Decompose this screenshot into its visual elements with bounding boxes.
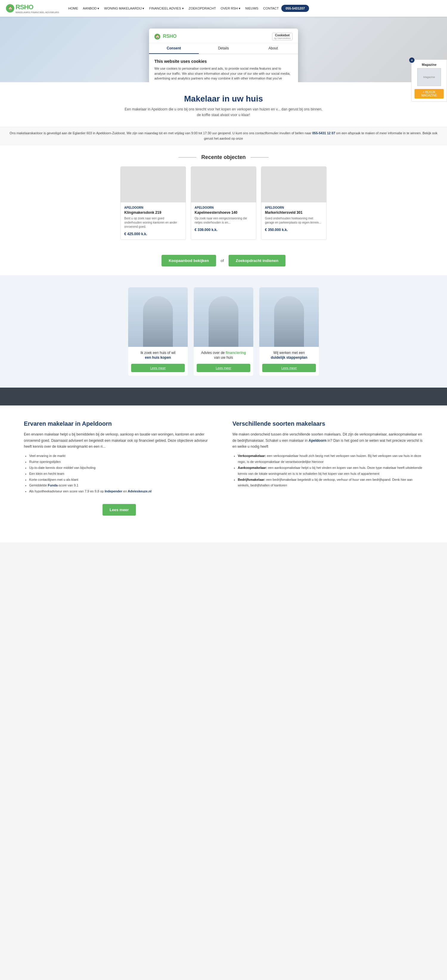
cookie-logo: RSHO bbox=[154, 33, 177, 40]
cookie-tab-about[interactable]: About bbox=[248, 43, 298, 54]
cookie-tabs: Consent Details About bbox=[149, 43, 298, 54]
magazine-title: Magazine bbox=[415, 63, 444, 66]
team-person-3 bbox=[274, 296, 304, 347]
team-person-2 bbox=[209, 296, 238, 347]
team-image-1 bbox=[128, 287, 188, 347]
team-lees-meer-3[interactable]: Lees meer bbox=[262, 364, 316, 372]
ervaren-lees-meer-center: Lees meer bbox=[24, 498, 215, 528]
bullet-5: Korte contactlijnen met u als klant bbox=[29, 477, 215, 483]
team-card-2: Advies over de financiering van uw huis … bbox=[194, 287, 253, 376]
magazine-bekijk-button[interactable]: + BEKIJK MAGAZINE bbox=[415, 89, 444, 99]
property-street-2: Kapelmeestershoeve 140 bbox=[195, 210, 252, 215]
magazine-close-button[interactable]: ✕ bbox=[409, 57, 415, 63]
cookie-title: This website uses cookies bbox=[154, 59, 293, 64]
nav-financieel[interactable]: FINANCIEEL ADVIES ▾ bbox=[147, 5, 186, 12]
ervaren-lees-meer-button[interactable]: Lees meer bbox=[102, 504, 136, 515]
team-label-2: Advies over de financiering van uw huis bbox=[194, 347, 253, 362]
ervaren-bullets: Veel ervaring in de markt Ruime openings… bbox=[24, 453, 215, 495]
team-image-2 bbox=[194, 287, 253, 347]
property-info-1: APELDOORN Klingmakersdonk 219 Bent u op … bbox=[121, 202, 186, 240]
team-card-3: Wij werken met een duidelijk stappenplan… bbox=[259, 287, 319, 376]
team-person-1 bbox=[143, 296, 173, 347]
bullet-7: Als hypotheekadviseur een score van 7.9 … bbox=[29, 488, 215, 495]
zoekopdracht-button[interactable]: Zoekopdracht indienen bbox=[228, 255, 286, 266]
ervaren-para1: Een ervaren makelaar helpt u bij bemidde… bbox=[24, 431, 215, 450]
property-image-2 bbox=[191, 167, 256, 202]
cookiebot-badge: Cookiebot by Usercentrics bbox=[272, 33, 293, 40]
bullet-4: Een klein en hecht team bbox=[29, 471, 215, 477]
cookie-header: RSHO Cookiebot by Usercentrics bbox=[149, 29, 298, 43]
cookie-description: We use cookies to personalise content an… bbox=[154, 66, 293, 82]
property-card-2[interactable]: APELDOORN Kapelmeestershoeve 140 Op zoek… bbox=[191, 166, 256, 240]
nav-links: HOME AANBOD ▾ WONING MAKELAARDIJ ▾ FINAN… bbox=[66, 5, 441, 12]
soorten-bullets: Verkoopmakelaar: een verkoopmakelaar hou… bbox=[232, 453, 423, 488]
property-city-3: APELDOORN bbox=[265, 206, 323, 209]
bullet-2: Ruime openingstijden bbox=[29, 459, 215, 465]
ervaren-title: Ervaren makelaar in Apeldoorn bbox=[24, 420, 215, 427]
property-street-1: Klingmakersdonk 219 bbox=[124, 210, 182, 215]
magazine-image: Magazine bbox=[417, 68, 441, 86]
team-section: Ik zoek een huis of wil een huis kopen L… bbox=[0, 275, 447, 388]
logo-subtitle: MAKELAARS FINANCIEEL ADVISEURS bbox=[16, 11, 59, 14]
soorten-title: Verschillende soorten makelaars bbox=[232, 420, 423, 427]
bg-team-photo bbox=[0, 388, 447, 406]
logo-icon bbox=[6, 4, 14, 13]
soorten-bullet-2: Aankoopmakelaar: een aankoopmakelaar hel… bbox=[238, 465, 423, 477]
hero-area: RSHO Cookiebot by Usercentrics Consent D… bbox=[0, 17, 447, 82]
property-desc-2: Op zoek naar een eengezinswoning die net… bbox=[195, 216, 252, 225]
team-lees-meer-2[interactable]: Lees meer bbox=[197, 364, 250, 372]
team-label-1: Ik zoek een huis of wil een huis kopen bbox=[128, 347, 188, 362]
nav-over-rsh[interactable]: OVER RSH ▾ bbox=[219, 5, 243, 12]
property-image-1 bbox=[121, 167, 186, 202]
bullet-3: Up-to-date kennis door middel van bijsch… bbox=[29, 465, 215, 471]
cta-row: Koopaanbod bekijken of Zoekopdracht indi… bbox=[0, 249, 447, 275]
nav-aanbod[interactable]: AANBOD ▾ bbox=[81, 5, 102, 12]
soorten-bullet-3: Bedrijfsmakelaar: een bedrijfsmakelaar b… bbox=[238, 477, 423, 489]
independer-link[interactable]: Independer bbox=[105, 489, 122, 493]
team-card-1: Ik zoek een huis of wil een huis kopen L… bbox=[128, 287, 188, 376]
contact-bar-phone[interactable]: 055-5431 12 07 bbox=[312, 131, 335, 135]
soorten-bullet-1: Verkoopmakelaar: een verkoopmakelaar hou… bbox=[238, 453, 423, 465]
navbar: RSHO MAKELAARS FINANCIEEL ADVISEURS HOME… bbox=[0, 0, 447, 17]
nav-woning[interactable]: WONING MAKELAARDIJ ▾ bbox=[102, 5, 147, 12]
property-city-2: APELDOORN bbox=[195, 206, 252, 209]
bullet-1: Veel ervaring in de markt bbox=[29, 453, 215, 459]
cookie-logo-icon bbox=[154, 33, 160, 40]
koopaanbod-button[interactable]: Koopaanbod bekijken bbox=[161, 255, 216, 266]
cookie-tab-details[interactable]: Details bbox=[199, 43, 249, 54]
apeldoorn-link[interactable]: Apeldoorn bbox=[308, 439, 326, 443]
nav-phone[interactable]: 055-5431207 bbox=[281, 5, 309, 12]
soorten-para1: We maken onderscheid tussen drie verschi… bbox=[232, 431, 423, 450]
advieskeuze-link[interactable]: Advieskeuze.nl bbox=[128, 489, 152, 493]
nav-contact[interactable]: CONTACT bbox=[261, 5, 281, 11]
makelaar-section: Makelaar inMakelaar in uw huis uw huis E… bbox=[0, 82, 447, 127]
team-label-3: Wij werken met een duidelijk stappenplan bbox=[259, 347, 319, 362]
contact-bar-text: Ons makelaarskantoor is gevestigd aan de… bbox=[10, 131, 312, 135]
text-section: Ervaren makelaar in Apeldoorn Een ervare… bbox=[0, 406, 447, 542]
funda-link[interactable]: Funda bbox=[48, 484, 57, 487]
property-info-2: APELDOORN Kapelmeestershoeve 140 Op zoek… bbox=[191, 202, 256, 235]
cookie-body: This website uses cookies We use cookies… bbox=[149, 54, 298, 82]
text-col-ervaren: Ervaren makelaar in Apeldoorn Een ervare… bbox=[24, 420, 215, 528]
property-price-2: € 339.000 k.k. bbox=[195, 228, 252, 232]
text-col-soorten: Verschillende soorten makelaars We maken… bbox=[232, 420, 423, 528]
cookie-tab-consent[interactable]: Consent bbox=[149, 43, 199, 54]
cta-or: of bbox=[221, 258, 224, 263]
property-card-3[interactable]: APELDOORN Markerichtersveld 301 Goed ond… bbox=[261, 166, 327, 240]
property-card-1[interactable]: APELDOORN Klingmakersdonk 219 Bent u op … bbox=[120, 166, 186, 240]
property-image-3 bbox=[261, 167, 326, 202]
main-content: Makelaar inMakelaar in uw huis uw huis E… bbox=[0, 82, 447, 542]
team-lees-meer-1[interactable]: Lees meer bbox=[131, 364, 185, 372]
properties-grid: APELDOORN Klingmakersdonk 219 Bent u op … bbox=[0, 166, 447, 249]
property-city-1: APELDOORN bbox=[124, 206, 182, 209]
property-info-3: APELDOORN Markerichtersveld 301 Goed ond… bbox=[261, 202, 326, 235]
team-image-3 bbox=[259, 287, 319, 347]
nav-nieuws[interactable]: NIEUWS bbox=[243, 5, 260, 11]
nav-zoekopdracht[interactable]: ZOEKOPDRACHT bbox=[187, 5, 218, 11]
magazine-popup: ✕ Magazine Magazine + BEKIJK MAGAZINE bbox=[411, 60, 447, 102]
bullet-6: Gemiddelde Funda-score van 9.1 bbox=[29, 482, 215, 488]
nav-home[interactable]: HOME bbox=[66, 5, 80, 11]
logo-area[interactable]: RSHO MAKELAARS FINANCIEEL ADVISEURS bbox=[6, 3, 59, 14]
contact-bar: Ons makelaarskantoor is gevestigd aan de… bbox=[0, 127, 447, 145]
property-price-3: € 350.000 k.k. bbox=[265, 228, 323, 232]
